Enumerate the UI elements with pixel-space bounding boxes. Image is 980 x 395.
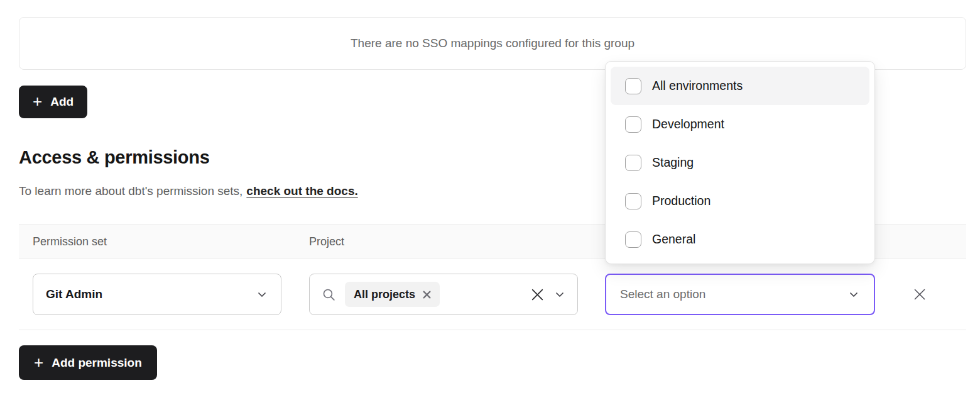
clear-selection-icon[interactable]	[530, 287, 545, 303]
project-chip[interactable]: All projects	[345, 282, 440, 307]
permission-set-select[interactable]: Git Admin	[33, 274, 281, 315]
environment-dropdown-menu: All environments Development Staging Pro…	[605, 61, 875, 264]
checkbox[interactable]	[625, 155, 641, 171]
search-icon	[321, 287, 337, 303]
chevron-down-icon	[847, 288, 860, 301]
chip-remove-icon[interactable]	[423, 291, 431, 299]
page-title: Access & permissions	[19, 147, 210, 168]
add-permission-label: Add permission	[52, 356, 142, 370]
checkbox[interactable]	[625, 78, 641, 94]
dropdown-option-label: All environments	[652, 79, 743, 93]
dropdown-option-general[interactable]: General	[611, 220, 869, 259]
dropdown-option-label: Development	[652, 117, 724, 131]
environment-select[interactable]: Select an option	[605, 274, 875, 315]
checkbox[interactable]	[625, 193, 641, 209]
add-sso-mapping-button[interactable]: + Add	[19, 86, 87, 118]
dropdown-option-staging[interactable]: Staging	[611, 143, 869, 182]
environment-placeholder: Select an option	[620, 287, 705, 301]
group-settings-page: There are no SSO mappings configured for…	[0, 0, 980, 395]
row-divider	[19, 330, 966, 330]
remove-permission-row-icon[interactable]	[910, 285, 929, 304]
dropdown-option-production[interactable]: Production	[611, 182, 869, 220]
dropdown-option-label: Production	[652, 194, 710, 208]
dropdown-option-label: General	[652, 232, 695, 247]
add-button-label: Add	[50, 95, 74, 109]
dropdown-option-label: Staging	[652, 155, 694, 170]
sso-empty-message: There are no SSO mappings configured for…	[351, 36, 634, 50]
checkbox[interactable]	[625, 231, 641, 248]
subtitle-text: To learn more about dbt's permission set…	[19, 184, 242, 198]
chevron-down-icon[interactable]	[553, 288, 566, 301]
docs-link[interactable]: check out the docs.	[246, 184, 357, 198]
checkbox[interactable]	[625, 116, 641, 133]
add-permission-button[interactable]: + Add permission	[19, 345, 157, 380]
column-header-project: Project	[309, 235, 344, 248]
project-chip-label: All projects	[354, 288, 415, 301]
section-subtitle: To learn more about dbt's permission set…	[19, 184, 358, 198]
chevron-down-icon	[256, 288, 268, 301]
column-header-permission-set: Permission set	[33, 235, 107, 248]
permission-set-value: Git Admin	[46, 287, 102, 301]
dropdown-option-all-environments[interactable]: All environments	[611, 67, 869, 105]
dropdown-option-development[interactable]: Development	[611, 105, 869, 143]
project-multiselect[interactable]: All projects	[309, 274, 578, 315]
